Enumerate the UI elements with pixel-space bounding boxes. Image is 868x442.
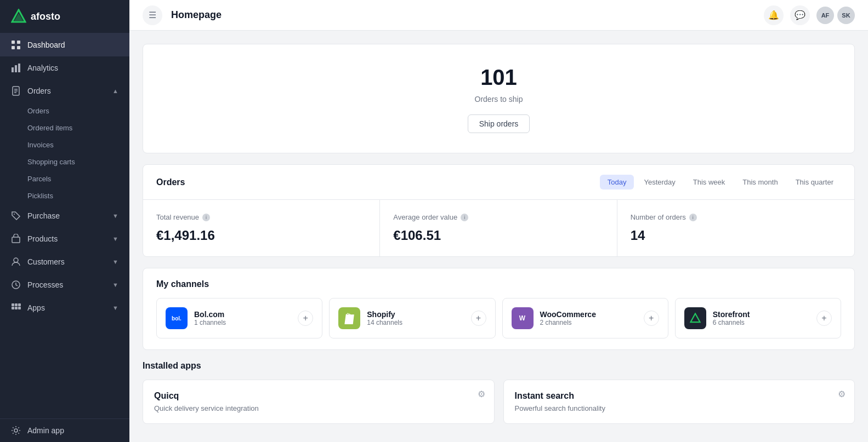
svg-rect-7 bbox=[15, 65, 17, 72]
svg-point-13 bbox=[14, 214, 15, 215]
quicq-gear-icon[interactable]: ⚙ bbox=[478, 389, 485, 399]
number-orders-info-icon[interactable]: i bbox=[689, 214, 697, 221]
processes-chevron-icon: ▼ bbox=[112, 282, 118, 288]
svg-rect-3 bbox=[17, 41, 20, 44]
tag-icon bbox=[11, 211, 21, 221]
apps-section: Installed apps ⚙ Quicq Quick delivery se… bbox=[143, 361, 855, 424]
storefront-info: Storefront 6 channels bbox=[713, 310, 810, 326]
channels-grid: bol. Bol.com 1 channels + Shopify 1 bbox=[156, 298, 841, 338]
topbar: ☰ Homepage 🔔 💬 AF SK bbox=[129, 0, 868, 31]
storefront-add-button[interactable]: + bbox=[816, 311, 832, 326]
sidebar-item-products-label: Products bbox=[27, 234, 58, 243]
sidebar-item-admin-app[interactable]: Admin app bbox=[0, 419, 129, 442]
notifications-button[interactable]: 🔔 bbox=[764, 5, 784, 25]
customers-chevron-icon: ▼ bbox=[112, 259, 118, 265]
sidebar-item-apps-label: Apps bbox=[27, 303, 45, 312]
filter-this-quarter[interactable]: This quarter bbox=[788, 175, 841, 190]
shopify-logo bbox=[338, 307, 360, 329]
stat-avg-order-value: Average order value i €106.51 bbox=[380, 200, 617, 256]
channel-bolcom[interactable]: bol. Bol.com 1 channels + bbox=[156, 298, 322, 338]
sidebar-item-processes[interactable]: Processes ▼ bbox=[0, 273, 129, 296]
filter-today[interactable]: Today bbox=[600, 175, 634, 190]
avatar-af[interactable]: AF bbox=[816, 7, 834, 24]
sidebar-subitem-ordered-items[interactable]: Ordered items bbox=[0, 119, 129, 136]
svg-rect-5 bbox=[17, 46, 20, 49]
channel-shopify[interactable]: Shopify 14 channels + bbox=[329, 298, 495, 338]
filter-this-week[interactable]: This week bbox=[685, 175, 733, 190]
bolcom-add-button[interactable]: + bbox=[298, 311, 313, 326]
afosto-logo-icon bbox=[11, 9, 26, 24]
ship-orders-card: 101 Orders to ship Ship orders bbox=[143, 44, 855, 153]
channel-storefront[interactable]: Storefront 6 channels + bbox=[675, 298, 841, 338]
total-revenue-info-icon[interactable]: i bbox=[202, 214, 210, 221]
svg-rect-2 bbox=[12, 41, 15, 44]
ship-orders-button[interactable]: Ship orders bbox=[468, 114, 530, 133]
svg-rect-20 bbox=[12, 307, 14, 309]
grid-icon bbox=[11, 40, 21, 50]
stat-number-orders: Number of orders i 14 bbox=[617, 200, 854, 256]
sidebar-item-products[interactable]: Products ▼ bbox=[0, 227, 129, 250]
shopify-add-button[interactable]: + bbox=[471, 311, 486, 326]
number-orders-value: 14 bbox=[631, 228, 841, 243]
box-icon bbox=[11, 234, 21, 244]
woocommerce-add-button[interactable]: + bbox=[644, 311, 659, 326]
sidebar-item-purchase[interactable]: Purchase ▼ bbox=[0, 204, 129, 227]
sidebar-subitem-shopping-carts[interactable]: Shopping carts bbox=[0, 153, 129, 170]
sidebar-item-analytics[interactable]: Analytics bbox=[0, 56, 129, 79]
orders-header: Orders Today Yesterday This week This mo… bbox=[143, 165, 854, 200]
sidebar-item-orders-label: Orders bbox=[27, 87, 51, 95]
instant-search-gear-icon[interactable]: ⚙ bbox=[838, 389, 846, 399]
sidebar-item-analytics-label: Analytics bbox=[27, 64, 58, 72]
filter-this-month[interactable]: This month bbox=[735, 175, 785, 190]
avg-order-value-value: €106.51 bbox=[393, 228, 603, 243]
app-card-instant-search: ⚙ Instant search Powerful search functio… bbox=[503, 380, 855, 424]
instant-search-desc: Powerful search functionality bbox=[515, 404, 844, 412]
quicq-name: Quicq bbox=[154, 391, 483, 401]
main-area: ☰ Homepage 🔔 💬 AF SK 101 Orders to ship … bbox=[129, 0, 868, 442]
time-filters: Today Yesterday This week This month Thi… bbox=[600, 175, 841, 190]
filter-yesterday[interactable]: Yesterday bbox=[636, 175, 683, 190]
avatar-sk[interactable]: SK bbox=[837, 7, 855, 24]
topbar-actions: 🔔 💬 AF SK bbox=[764, 5, 855, 25]
products-chevron-icon: ▼ bbox=[112, 236, 118, 242]
channel-woocommerce[interactable]: W WooCommerce 2 channels + bbox=[502, 298, 668, 338]
avatar-group: AF SK bbox=[816, 7, 855, 24]
svg-point-23 bbox=[14, 429, 18, 432]
avg-order-info-icon[interactable]: i bbox=[461, 214, 468, 221]
sidebar-subitem-parcels[interactable]: Parcels bbox=[0, 170, 129, 187]
sidebar-item-apps[interactable]: Apps ▼ bbox=[0, 296, 129, 319]
apps-section-title: Installed apps bbox=[143, 361, 855, 371]
chat-icon: 💬 bbox=[795, 10, 805, 20]
sidebar-item-dashboard[interactable]: Dashboard bbox=[0, 33, 129, 56]
svg-rect-14 bbox=[12, 237, 20, 243]
sidebar-subitem-orders[interactable]: Orders bbox=[0, 102, 129, 119]
svg-marker-24 bbox=[690, 313, 700, 322]
bolcom-count: 1 channels bbox=[194, 319, 291, 326]
sidebar-subitem-picklists[interactable]: Picklists bbox=[0, 187, 129, 204]
svg-rect-21 bbox=[15, 307, 18, 309]
orders-to-ship-count: 101 bbox=[156, 64, 841, 90]
sidebar-item-admin-app-label: Admin app bbox=[27, 426, 64, 435]
sidebar-item-customers[interactable]: Customers ▼ bbox=[0, 250, 129, 273]
svg-rect-19 bbox=[18, 303, 21, 306]
svg-rect-22 bbox=[18, 307, 21, 309]
apps-icon bbox=[11, 303, 21, 313]
total-revenue-value: €1,491.16 bbox=[156, 228, 366, 243]
menu-button[interactable]: ☰ bbox=[143, 5, 162, 25]
storefront-count: 6 channels bbox=[713, 319, 810, 326]
processes-icon bbox=[11, 280, 21, 290]
svg-rect-6 bbox=[12, 67, 14, 72]
gear-icon bbox=[11, 426, 21, 435]
sidebar-item-orders[interactable]: Orders ▲ bbox=[0, 79, 129, 102]
page-title: Homepage bbox=[171, 9, 755, 21]
purchase-chevron-icon: ▼ bbox=[112, 213, 118, 219]
chart-icon bbox=[11, 63, 21, 73]
sidebar-subitem-invoices[interactable]: Invoices bbox=[0, 136, 129, 153]
channels-title: My channels bbox=[156, 279, 841, 289]
shopify-info: Shopify 14 channels bbox=[367, 310, 464, 326]
storefront-logo-svg bbox=[690, 313, 701, 324]
sidebar-item-dashboard-label: Dashboard bbox=[27, 41, 65, 49]
messages-button[interactable]: 💬 bbox=[790, 5, 810, 25]
woocommerce-logo: W bbox=[512, 307, 534, 329]
sidebar-bottom: Admin app bbox=[0, 418, 129, 442]
